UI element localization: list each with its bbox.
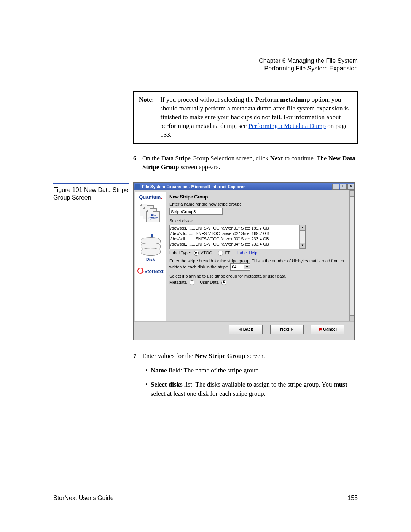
disk-option[interactable]: /dev/sdl.........SNFS-VTOC "arwen04" Siz… — [170, 241, 299, 247]
note-body: If you proceed without selecting the Per… — [160, 96, 350, 139]
label-type-efi-radio[interactable] — [218, 251, 223, 256]
metadata-radio[interactable] — [190, 280, 194, 285]
panel-title: New Stripe Group — [169, 194, 346, 200]
chevron-down-icon[interactable]: ▼ — [244, 265, 250, 269]
step-7-number: 7 — [133, 352, 142, 398]
scroll-up-button[interactable]: ▲ — [300, 225, 305, 231]
chapter-line: Chapter 6 Managing the File System — [259, 57, 358, 65]
ie-window: File System Expansion - Microsoft Intern… — [133, 182, 355, 340]
note-box: Note: If you proceed without selecting t… — [133, 91, 358, 144]
metadata-dump-link[interactable]: Performing a Metadata Dump — [249, 122, 326, 129]
step-6-text: On the Data Stripe Group Selection scree… — [142, 154, 358, 172]
page-footer: StorNext User's Guide 155 — [53, 495, 358, 502]
bullet-select-disks: • Select disks list: The disks available… — [142, 380, 358, 398]
quantum-logo: Quantum. — [136, 194, 165, 200]
step-7: 7 Enter values for the New Stripe Group … — [133, 352, 358, 398]
name-prompt: Enter a name for the new stripe group: — [169, 202, 346, 206]
step-6: 6 On the Data Stripe Group Selection scr… — [133, 154, 358, 172]
window-maximize-button[interactable]: □ — [340, 184, 347, 190]
page-scrollbar[interactable] — [349, 190, 354, 321]
usage-prompt: Select if planning to use stripe group f… — [169, 274, 346, 278]
breadth-text: Enter the stripe breadth for the stripe … — [169, 259, 344, 269]
disks-prompt: Select disks: — [169, 219, 346, 223]
wizard-sidebar: Quantum. File System — [135, 192, 166, 321]
breadth-row: Enter the stripe breadth for the stripe … — [169, 259, 346, 271]
disk-label: Disk — [136, 257, 165, 262]
user-data-radio[interactable] — [221, 280, 226, 285]
disk-option[interactable]: /dev/sdo........SNFS-VTOC "arwen02" Size… — [170, 231, 299, 236]
step-7-text: Enter values for the New Stripe Group sc… — [142, 352, 358, 398]
label-type-vtoc-radio[interactable] — [194, 251, 199, 256]
note-bold: Perform metadump — [255, 96, 310, 103]
scroll-up-icon[interactable] — [350, 190, 354, 197]
footer-left: StorNext User's Guide — [53, 495, 114, 502]
section-line: Performing File System Expansion — [259, 65, 358, 72]
window-close-button[interactable]: × — [347, 184, 354, 190]
wizard-buttons-row: Back Next ✖Cancel — [134, 321, 354, 340]
note-text-1: If you proceed without selecting the — [160, 96, 255, 103]
step-6-number: 6 — [133, 154, 142, 172]
figure-caption: Figure 101 New Data Stripe Group Screen — [53, 182, 129, 201]
disk-option[interactable]: /dev/sds........SNFS-VTOC "arwen01" Size… — [170, 225, 299, 231]
running-header: Chapter 6 Managing the File System Perfo… — [259, 57, 358, 72]
ie-titlebar: File System Expansion - Microsoft Intern… — [134, 183, 354, 190]
window-title: File System Expansion - Microsoft Intern… — [142, 184, 331, 189]
scroll-down-icon[interactable] — [350, 315, 354, 321]
page-number: 155 — [347, 495, 358, 502]
scroll-down-button[interactable]: ▼ — [300, 243, 305, 249]
wizard-main-panel: New Stripe Group Enter a name for the ne… — [166, 192, 348, 321]
filesystem-icon — [140, 205, 161, 225]
stornext-logo: StorNext — [136, 267, 165, 274]
next-button[interactable]: Next — [270, 325, 304, 334]
label-help-link[interactable]: Label Help — [237, 251, 258, 255]
note-label: Note: — [139, 96, 159, 104]
bullet-name: • Name field: The name of the stripe gro… — [142, 366, 358, 375]
label-type-row: Label Type: VTOC EFI Label Help — [169, 251, 346, 256]
ie-icon — [135, 184, 140, 189]
stripe-breadth-select[interactable]: 64 ▼ — [230, 263, 250, 271]
disk-icon — [141, 237, 161, 256]
cancel-button[interactable]: ✖Cancel — [311, 325, 344, 334]
select-disks-list[interactable]: /dev/sds........SNFS-VTOC "arwen01" Size… — [169, 225, 306, 249]
disk-option[interactable]: /dev/sdi.........SNFS-VTOC "arwen03" Siz… — [170, 236, 299, 241]
window-minimize-button[interactable]: _ — [332, 184, 339, 190]
list-scrollbar[interactable]: ▲ ▼ — [299, 225, 305, 249]
back-button[interactable]: Back — [229, 325, 263, 334]
stripe-group-name-input[interactable]: StripeGroup3 — [169, 208, 223, 215]
